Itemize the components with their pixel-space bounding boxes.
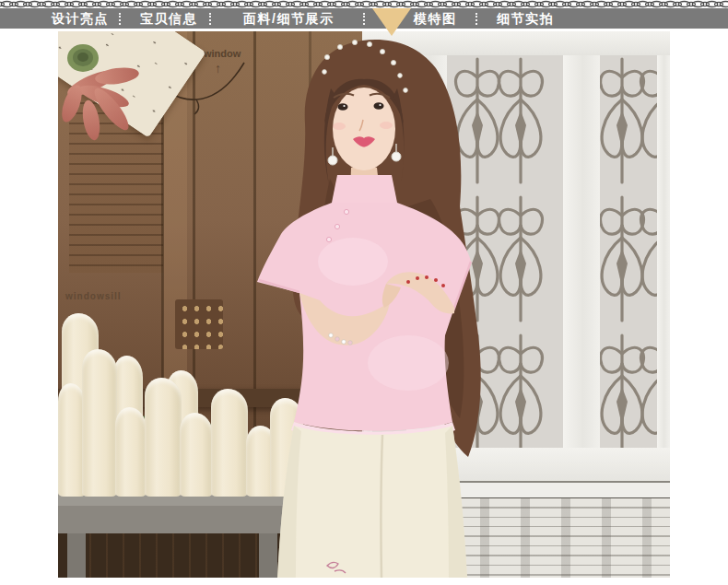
tab-design-highlights[interactable]: 设计亮点 xyxy=(52,8,109,29)
mandarin-collar xyxy=(332,175,397,203)
nav-separator xyxy=(209,13,211,25)
section-nav-bar: 设计亮点 宝贝信息 面料/细节展示 模特图 细节实拍 xyxy=(0,8,728,29)
wide-leg-pants xyxy=(277,426,467,578)
eye-highlight xyxy=(343,105,345,107)
eye-highlight xyxy=(379,104,381,106)
tab-model-photos[interactable]: 模特图 xyxy=(414,8,457,29)
jacquard-sheen xyxy=(318,238,388,286)
eye xyxy=(338,103,348,111)
jacquard-sheen xyxy=(368,335,449,391)
succulent-rosette xyxy=(77,53,88,62)
blush xyxy=(333,123,346,130)
tab-fabric-details[interactable]: 面料/细节展示 xyxy=(243,8,334,29)
tab-detail-shots[interactable]: 细节实拍 xyxy=(497,8,554,29)
chain-border xyxy=(0,0,728,8)
eye xyxy=(374,102,384,110)
model-photo: window ↑ windowsill xyxy=(58,31,670,578)
tab-product-info[interactable]: 宝贝信息 xyxy=(140,8,197,29)
nav-separator xyxy=(119,13,121,25)
nav-separator xyxy=(476,13,477,25)
nav-separator xyxy=(363,13,365,25)
product-detail-page: 设计亮点 宝贝信息 面料/细节展示 模特图 细节实拍 window ↑ wind… xyxy=(0,0,728,585)
blush xyxy=(380,122,393,129)
active-tab-marker-icon xyxy=(372,8,411,36)
